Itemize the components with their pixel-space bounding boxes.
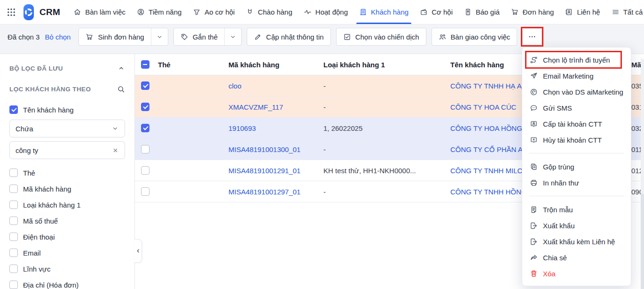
menu-item-10[interactable]: Trộn mẫu: [522, 201, 631, 217]
menu-item-14[interactable]: Xóa: [522, 265, 631, 281]
filter-field-0[interactable]: Thẻ: [9, 165, 125, 181]
customer-code-link[interactable]: XMACVZMF_117: [225, 103, 320, 111]
action-button-2[interactable]: Cập nhật thông tin: [247, 28, 331, 46]
filter-operator-select[interactable]: Chứa: [9, 120, 125, 137]
nav-item-5[interactable]: Khách hàng: [353, 0, 414, 24]
app-grid-menu-icon[interactable]: [7, 8, 16, 17]
menu-item-2[interactable]: Chọn vào DS aiMarketing: [522, 84, 631, 100]
checkbox-unchecked[interactable]: [9, 185, 18, 193]
menu-item-label: Chọn vào DS aiMarketing: [543, 88, 623, 96]
chevron-down-icon: [111, 125, 119, 132]
clear-input-icon[interactable]: [112, 147, 119, 154]
filter-field-list: ThẻMã khách hàngLoại khách hàng 1Mã số t…: [9, 165, 125, 289]
checkbox-unchecked[interactable]: [9, 281, 18, 289]
menu-item-12[interactable]: Xuất khẩu kèm Liên hệ: [522, 233, 631, 249]
row-checkbox[interactable]: [141, 166, 149, 175]
export-icon: [529, 222, 538, 230]
menu-item-3[interactable]: Gửi SMS: [522, 100, 631, 116]
menu-item-label: In nhãn thư: [543, 179, 579, 187]
sidebar-collapse-handle[interactable]: [134, 239, 142, 263]
export-icon: [529, 238, 538, 246]
nav-item-1[interactable]: Tiềm năng: [131, 0, 187, 24]
checkbox-unchecked[interactable]: [9, 249, 18, 257]
select-all-checkbox[interactable]: [141, 60, 149, 69]
menu-item-5[interactable]: Hủy tài khoản CTT: [522, 132, 631, 148]
building-icon: [359, 8, 367, 16]
row-checkbox[interactable]: [141, 103, 149, 111]
checkbox-unchecked[interactable]: [9, 201, 18, 209]
menu-item-0[interactable]: Chọn lộ trình đi tuyến: [522, 52, 631, 68]
filter-checkbox-ten-khach-hang[interactable]: Tên khách hàng: [9, 102, 125, 118]
nav-item-3[interactable]: Chào hàng: [240, 0, 298, 24]
filter-field-7[interactable]: Địa chỉ (Hóa đơn): [9, 277, 125, 289]
menu-item-label: Trộn mẫu: [543, 206, 573, 214]
customer-code-link[interactable]: 1910693: [225, 124, 320, 132]
nav-item-0[interactable]: Bàn làm việc: [68, 0, 131, 24]
more-actions-button[interactable]: [522, 28, 542, 45]
nav-item-label: Tất cả: [623, 8, 643, 16]
menu-item-label: Gửi SMS: [543, 104, 572, 112]
nav-item-8[interactable]: Đơn hàng: [505, 0, 560, 24]
customer-code-link[interactable]: cloo: [225, 82, 320, 90]
filter-field-label: Điện thoại: [23, 233, 55, 241]
send-icon: [529, 72, 538, 80]
row-checkbox[interactable]: [141, 145, 149, 153]
checkbox-unchecked[interactable]: [9, 233, 18, 241]
menu-item-1[interactable]: Email Marketing: [522, 68, 631, 84]
nav-item-10[interactable]: Tất cả: [606, 0, 644, 24]
menu-item-11[interactable]: Xuất khẩu: [522, 217, 631, 233]
customer-code-link[interactable]: MISA48191001297_01: [225, 188, 320, 196]
nav-item-7[interactable]: Báo giá: [458, 0, 505, 24]
nav-item-4[interactable]: Hoạt động: [298, 0, 353, 24]
filter-field-4[interactable]: Điện thoại: [9, 229, 125, 245]
menu-item-8[interactable]: In nhãn thư: [522, 175, 631, 191]
deselect-link[interactable]: Bỏ chọn: [45, 33, 71, 41]
nav-item-label: Tiềm năng: [149, 8, 181, 16]
share-icon: [529, 254, 538, 262]
customer-code-link[interactable]: MISA48191001291_01: [225, 167, 320, 175]
search-icon[interactable]: [117, 85, 125, 93]
menu-divider: [529, 196, 624, 196]
checkbox-unchecked[interactable]: [9, 169, 18, 177]
dropdown-caret[interactable]: [224, 28, 241, 45]
menu-item-13[interactable]: Chia sẻ: [522, 249, 631, 265]
action-button-0[interactable]: Sinh đơn hàng: [79, 28, 168, 46]
filter-field-2[interactable]: Loại khách hàng 1: [9, 197, 125, 213]
dropdown-caret[interactable]: [151, 28, 168, 45]
menu-item-4[interactable]: Cấp tài khoản CTT: [522, 116, 631, 132]
action-button-label: Gắn thẻ: [193, 33, 218, 41]
filter-field-label: Địa chỉ (Hóa đơn): [23, 281, 79, 289]
action-button-1[interactable]: Gắn thẻ: [173, 28, 242, 46]
row-checkbox[interactable]: [141, 81, 149, 90]
action-button-label: Sinh đơn hàng: [98, 33, 144, 41]
filter-field-5[interactable]: Email: [9, 245, 125, 261]
nav-item-label: Hoạt động: [315, 8, 348, 16]
nav-item-2[interactable]: Ao cơ hội: [187, 0, 240, 24]
vertical-scrollbar-track[interactable]: [641, 59, 644, 289]
checkbox-unchecked[interactable]: [9, 217, 18, 225]
customer-type-cell: 1, 26022025: [320, 124, 447, 132]
action-button-3[interactable]: Chọn vào chiến dịch: [336, 28, 426, 46]
nav-item-6[interactable]: Cơ hội: [414, 0, 458, 24]
tag-icon: [181, 33, 188, 41]
row-checkbox[interactable]: [141, 124, 149, 132]
chevron-up-icon[interactable]: [118, 64, 125, 72]
receipt-icon: [464, 8, 472, 16]
checkbox-unchecked[interactable]: [9, 265, 18, 273]
action-button-4[interactable]: Bàn giao công việc: [432, 28, 518, 46]
filter-value-input[interactable]: [16, 146, 112, 154]
customer-code-link[interactable]: MISA48191001300_01: [225, 145, 320, 153]
nav-item-9[interactable]: Liên hệ: [559, 0, 605, 24]
account-card-icon: [529, 120, 538, 128]
copy-icon: [529, 163, 538, 171]
filter-field-1[interactable]: Mã khách hàng: [9, 181, 125, 197]
filter-field-label: Lĩnh vực: [23, 265, 50, 273]
saved-filters-section[interactable]: BỘ LỌC ĐÃ LƯU: [9, 64, 125, 72]
menu-item-7[interactable]: Gộp trùng: [522, 159, 631, 175]
row-checkbox[interactable]: [141, 187, 149, 196]
filter-field-3[interactable]: Mã số thuế: [9, 213, 125, 229]
checkbox-checked[interactable]: [9, 105, 18, 114]
filter-field-6[interactable]: Lĩnh vực: [9, 261, 125, 277]
menu-icon: [612, 8, 620, 16]
vertical-scrollbar-thumb[interactable]: [641, 193, 644, 289]
